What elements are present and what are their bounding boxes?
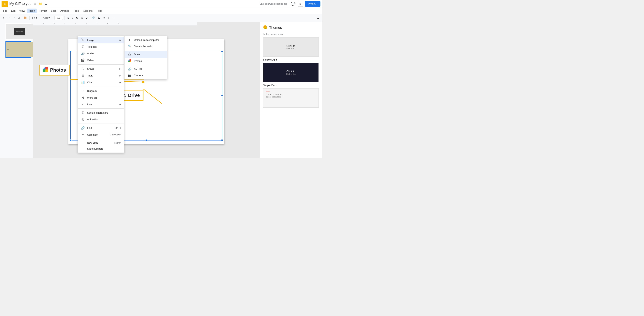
handle-topright[interactable]	[221, 51, 223, 52]
themes-palette-icon	[263, 25, 268, 30]
svg-marker-5	[130, 59, 131, 61]
toolbar-align[interactable]: ≡	[102, 15, 106, 20]
menu-help[interactable]: Help	[95, 8, 103, 13]
insert-slide-numbers[interactable]: Slide numbers	[78, 146, 124, 152]
slide-2-preview: GIFs	[6, 42, 33, 57]
insert-comment[interactable]: + Comment Ctrl+Alt+M	[78, 131, 124, 138]
chat-icon[interactable]: 💬	[290, 1, 296, 6]
submenu-camera[interactable]: 📷 Camera	[124, 72, 167, 78]
insert-divider-3	[78, 108, 124, 109]
menu-insert[interactable]: Insert	[27, 8, 37, 13]
toolbar-font[interactable]: Arial ▾	[42, 15, 51, 20]
menu-file[interactable]: File	[2, 8, 9, 13]
insert-divider-5	[78, 139, 124, 139]
submenu-search-web[interactable]: 🔍 Search the web	[124, 43, 167, 49]
present-button[interactable]: Prese...	[305, 1, 320, 7]
menu-slide[interactable]: Slide	[49, 8, 58, 13]
insert-image-label: Image	[87, 39, 94, 42]
star-icon[interactable]: ☆	[34, 2, 36, 6]
insert-textbox[interactable]: T Text box	[78, 43, 124, 50]
toolbar-undo[interactable]: ↩	[6, 15, 11, 20]
insert-slide-numbers-label: Slide numbers	[87, 147, 103, 150]
menu-tools[interactable]: Tools	[72, 8, 81, 13]
toolbar-bold[interactable]: B	[66, 15, 70, 20]
folder-icon[interactable]: 📁	[38, 2, 42, 6]
insert-image[interactable]: 🖼 Image ▶	[78, 37, 124, 43]
submenu-drive[interactable]: Drive	[124, 51, 167, 58]
menu-view[interactable]: View	[18, 8, 26, 13]
slide-2-container: 2 GIFs	[2, 41, 32, 58]
toolbar-format-paint[interactable]: 🎨	[22, 15, 28, 20]
font-size-control[interactable]: − 18 +	[54, 16, 63, 20]
svg-text:G: G	[4, 3, 6, 5]
insert-audio[interactable]: 🔊 Audio	[78, 50, 124, 57]
toolbar-print[interactable]: 🖨	[17, 15, 22, 20]
doc-title[interactable]: My GIF to you	[9, 2, 32, 6]
font-size-value[interactable]: 18	[57, 16, 60, 19]
toolbar-highlight[interactable]: 🖌	[85, 15, 90, 20]
submenu-photos[interactable]: Photos	[124, 58, 167, 64]
menu-edit[interactable]: Edit	[10, 8, 17, 13]
slide-1-thumb[interactable]: HOW YOU DOIN'	[6, 23, 32, 40]
photos-callout: Photos	[39, 65, 70, 75]
slide-1-gif: HOW YOU DOIN'	[14, 28, 25, 35]
insert-special-chars[interactable]: © Special characters	[78, 109, 124, 116]
link-shortcut: Ctrl+K	[114, 127, 121, 129]
theme-streamline-thumb[interactable]: Click to add tit... Click to add subtitl…	[263, 88, 319, 108]
handle-topleft[interactable]	[70, 51, 72, 52]
toolbar-font-color[interactable]: A	[80, 15, 84, 20]
toolbar-redo[interactable]: ↪	[12, 15, 16, 20]
chart-icon: 📊	[81, 81, 85, 84]
theme-streamline-title: Click to add tit...	[266, 93, 284, 96]
toolbar-link[interactable]: 🔗	[90, 15, 96, 20]
menu-format[interactable]: Format	[38, 8, 48, 13]
insert-diagram-label: Diagram	[87, 90, 97, 92]
toolbar-image-insert[interactable]: 🖼	[97, 15, 102, 20]
menu-addons[interactable]: Add-ons	[82, 8, 94, 13]
insert-line[interactable]: ∕ Line ▶	[78, 101, 124, 108]
drive-callout-label: Drive	[128, 93, 140, 98]
canvas-area: 2 3 4 5 6 7 8 9	[33, 22, 260, 158]
insert-link[interactable]: 🔗 Link Ctrl+K	[78, 125, 124, 131]
theme-simple-dark-thumb[interactable]: Click to Click to a...	[263, 63, 319, 82]
handle-right[interactable]	[221, 95, 223, 97]
toolbar-italic[interactable]: I	[71, 15, 74, 20]
comment-icon: +	[81, 133, 85, 136]
video-icon: 🎬	[81, 58, 85, 62]
chart-arrow-icon: ▶	[120, 81, 121, 83]
ruler-mark-6: 7	[96, 23, 98, 25]
handle-bottomright[interactable]	[221, 139, 223, 141]
present-icon[interactable]: ▶	[298, 1, 303, 7]
insert-video-label: Video	[87, 59, 94, 62]
font-size-increase[interactable]: +	[60, 16, 62, 19]
insert-table-label: Table	[87, 74, 93, 77]
insert-new-slide-label: New slide	[87, 141, 98, 144]
insert-animation[interactable]: ◎ Animation	[78, 116, 124, 123]
insert-video[interactable]: 🎬 Video	[78, 57, 124, 64]
table-arrow-icon: ▶	[120, 75, 121, 77]
handle-bottomleft[interactable]	[70, 139, 72, 141]
link-icon: 🔗	[81, 126, 85, 130]
insert-chart[interactable]: 📊 Chart ▶	[78, 79, 124, 86]
cloud-icon[interactable]: ☁	[44, 2, 47, 6]
toolbar-underline[interactable]: U	[75, 15, 79, 20]
insert-shape[interactable]: ⬡ Shape ▶	[78, 65, 124, 72]
toolbar-add[interactable]: +	[2, 15, 6, 20]
theme-simple-light-thumb[interactable]: Click to Click to a...	[263, 37, 319, 57]
insert-wordart[interactable]: A Word art	[78, 94, 124, 101]
menu-arrange[interactable]: Arrange	[59, 8, 71, 13]
insert-table[interactable]: ⊞ Table ▶	[78, 72, 124, 79]
font-size-decrease[interactable]: −	[55, 16, 57, 19]
submenu-by-url-label: By URL	[134, 68, 143, 71]
insert-new-slide[interactable]: New slide Ctrl+M	[78, 140, 124, 146]
handle-bottom[interactable]	[146, 139, 147, 141]
toolbar-more[interactable]: ⋯	[111, 15, 116, 20]
submenu-search-web-label: Search the web	[134, 45, 152, 48]
toolbar-line-spacing[interactable]: ↕	[107, 15, 111, 20]
submenu-by-url[interactable]: 🔗 By URL	[124, 66, 167, 72]
toolbar-zoom-fit[interactable]: Fit ▾	[31, 15, 38, 20]
toolbar-collapse[interactable]: ▲	[316, 15, 320, 20]
insert-diagram[interactable]: ⬡ Diagram	[78, 88, 124, 94]
submenu-upload[interactable]: ⬆ Upload from computer	[124, 37, 167, 43]
slide-2-thumb[interactable]: GIFs	[6, 41, 32, 58]
